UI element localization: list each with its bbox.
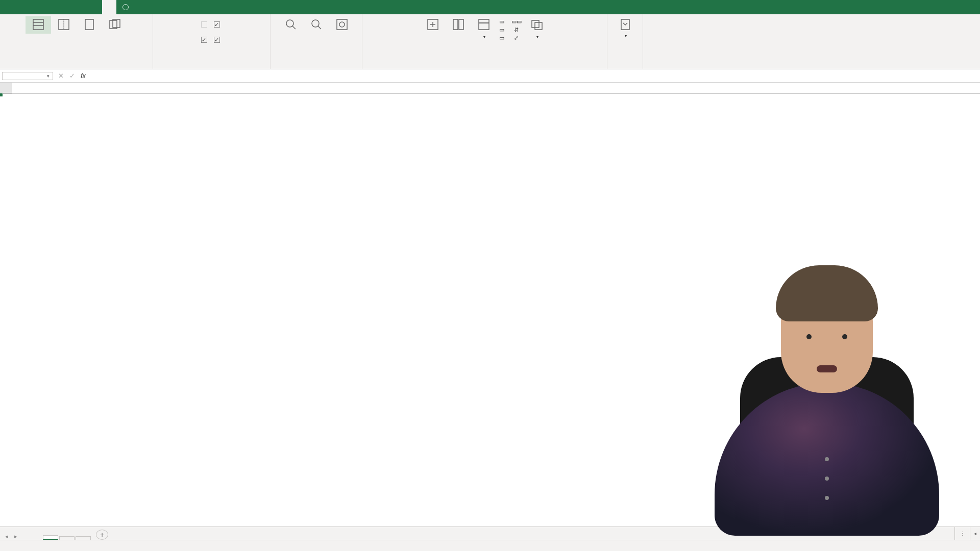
formula-input[interactable]	[89, 71, 980, 81]
sheet-tab-0[interactable]	[43, 535, 58, 540]
spreadsheet-grid[interactable]	[0, 83, 980, 94]
menu-tab-ansicht[interactable]	[102, 0, 116, 14]
freeze-icon	[477, 17, 491, 32]
arrange-icon	[451, 17, 465, 32]
sheet-tab-1[interactable]	[59, 536, 75, 540]
sheet-tab-2[interactable]	[76, 536, 91, 540]
ruler-checkbox	[199, 20, 212, 29]
menu-tab-seitenlayout[interactable]	[45, 0, 59, 14]
svg-rect-18	[459, 19, 463, 30]
svg-rect-19	[479, 19, 489, 30]
zoom-selection-button[interactable]	[329, 16, 355, 34]
page-layout-view-button[interactable]	[77, 16, 102, 34]
new-window-button[interactable]	[420, 16, 446, 34]
arrange-all-button[interactable]	[446, 16, 471, 34]
svg-point-8	[286, 20, 293, 27]
zoom-100-icon	[309, 17, 324, 32]
custom-views-icon	[108, 17, 122, 32]
status-bar	[0, 540, 980, 551]
sheet-nav-last-icon[interactable]: ▸	[11, 533, 20, 540]
sync-scroll-button: ⇵	[511, 26, 524, 34]
normal-view-button[interactable]	[26, 16, 51, 34]
hscroll-left-icon[interactable]: ◂	[970, 527, 980, 540]
page-layout-icon	[82, 17, 96, 32]
add-sheet-button[interactable]: +	[96, 530, 108, 540]
select-all-corner[interactable]	[0, 83, 12, 93]
menu-tab-daten[interactable]	[74, 0, 88, 14]
reset-pos-button: ⤢	[511, 34, 524, 42]
lightbulb-icon	[122, 4, 129, 10]
svg-point-10	[312, 20, 319, 27]
zoom-icon	[284, 17, 298, 32]
macros-button[interactable]: ▾	[612, 16, 638, 41]
zoom-selection-icon	[335, 17, 349, 32]
custom-views-button[interactable]	[102, 16, 128, 34]
svg-rect-12	[337, 19, 347, 30]
svg-line-9	[292, 26, 296, 29]
svg-line-11	[318, 26, 321, 29]
selection-indicator	[0, 94, 2, 96]
page-break-icon	[57, 17, 71, 32]
headings-checkbox[interactable]: ✓	[212, 36, 225, 44]
accept-formula-button: ✓	[66, 72, 78, 80]
unhide-button: ▭	[497, 34, 509, 42]
svg-point-13	[339, 22, 345, 27]
split-button[interactable]: ▭	[497, 17, 509, 26]
switch-window-icon	[530, 17, 544, 32]
zoom-button[interactable]	[278, 16, 304, 34]
svg-rect-22	[535, 22, 542, 30]
freeze-panes-button[interactable]: ▾	[471, 16, 497, 42]
hide-button[interactable]: ▭	[497, 26, 509, 34]
hscroll-divider[interactable]: ⋮	[954, 527, 970, 540]
namebox-dropdown-icon[interactable]: ▾	[47, 73, 50, 79]
menu-tab-einfuegen[interactable]	[31, 0, 45, 14]
switch-window-button[interactable]: ▾	[524, 16, 550, 42]
side-by-side-button: ▭▭	[511, 17, 524, 26]
webcam-overlay	[684, 224, 970, 536]
page-break-view-button[interactable]	[51, 16, 77, 34]
svg-rect-21	[532, 20, 539, 28]
zoom-100-button[interactable]	[304, 16, 329, 34]
svg-rect-17	[453, 19, 458, 30]
sheet-nav[interactable]: ◂ ▸	[0, 533, 22, 540]
menu-tab-ueberpruefen[interactable]	[88, 0, 102, 14]
fx-icon[interactable]: fx	[78, 72, 89, 80]
formula-bar-checkbox[interactable]: ✓	[212, 20, 225, 29]
formula-bar: ▾ ✕ ✓ fx	[0, 69, 980, 83]
cancel-formula-button: ✕	[55, 72, 66, 80]
sheet-nav-first-icon[interactable]: ◂	[2, 533, 11, 540]
gridlines-checkbox[interactable]: ✓	[199, 36, 212, 44]
menu-bar	[0, 0, 980, 14]
tell-me-search[interactable]	[118, 4, 136, 10]
svg-rect-0	[33, 19, 43, 30]
sheet-tab-bar: ◂ ▸ + ⋮ ◂	[0, 527, 980, 540]
menu-tab-start[interactable]	[16, 0, 31, 14]
normal-view-icon	[31, 17, 45, 32]
macros-icon	[618, 17, 632, 32]
new-window-icon	[426, 17, 440, 32]
ribbon: ✓ ✓ ✓	[0, 14, 980, 69]
name-box[interactable]: ▾	[2, 72, 53, 80]
menu-tab-datei[interactable]	[2, 0, 16, 14]
menu-tab-formeln[interactable]	[59, 0, 74, 14]
svg-rect-5	[85, 19, 93, 30]
